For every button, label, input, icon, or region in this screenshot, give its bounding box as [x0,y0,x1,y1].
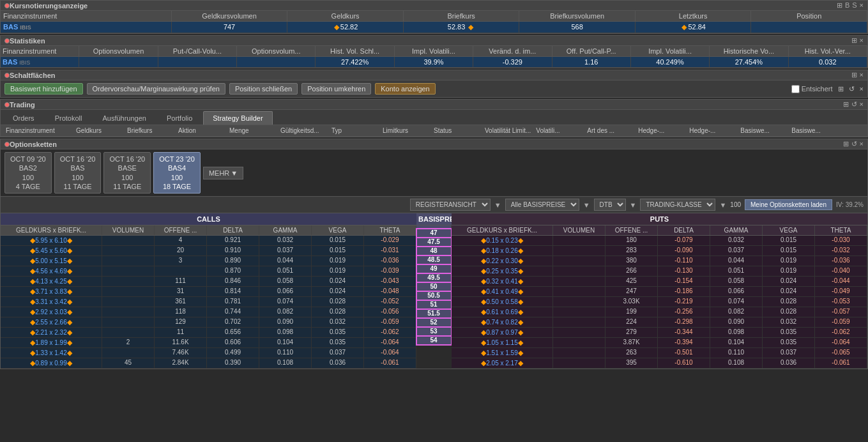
puts-row[interactable]: ◆0.41 x 0.49◆ 247 -0.186 0.066 0.024 -0.… [452,287,867,297]
calls-row[interactable]: ◆4.13 x 4.25◆ 111 0.846 0.058 0.024 -0.0… [1,277,416,287]
strike-row[interactable]: 47 [416,229,452,238]
put-price-cell: ◆1.51 x 1.59◆ [452,348,553,358]
put-open-cell: 3.03K [605,297,658,307]
ordervorschau-button[interactable]: Ordervorschau/Marginauswirkung prüfen [87,83,225,95]
strike-row[interactable]: 50.5 [416,291,452,300]
options-close-icon[interactable] [4,142,10,147]
opt-tab-2[interactable]: OCT 16 '20 BASE 100 11 TAGE [103,152,151,194]
stats-col-1: Optionsvolumen [79,46,158,56]
call-gamma-cell: 0.051 [259,266,312,276]
kurs-icon-2[interactable]: B [845,1,849,10]
stats-close-icon[interactable] [4,38,10,43]
opt-tab-1[interactable]: OCT 16 '20 BAS 100 11 TAGE [54,152,102,194]
strike-row[interactable]: 51.5 [416,309,452,318]
entsichert-label[interactable]: Entsichert [791,85,833,93]
puts-row[interactable]: ◆0.18 x 0.26◆ 283 -0.090 0.037 0.015 -0.… [452,246,867,256]
konto-anzeigen-button[interactable]: Konto anzeigen [375,83,435,95]
calls-section: CALLS GELDKURS x BRIEFK... VOLUMEN OFFEN… [1,213,416,369]
calls-row[interactable]: ◆0.89 x 0.99◆ 45 2.84K 0.390 0.108 0.036… [1,358,416,369]
calls-body: ◆5.95 x 6.10◆ 4 0.921 0.032 0.015 -0.029… [1,236,416,369]
position-umkehren-button[interactable]: Position umkehren [301,83,371,95]
strike-row[interactable]: 49 [416,264,452,273]
puts-row[interactable]: ◆0.15 x 0.23◆ 180 -0.079 0.032 0.015 -0.… [452,236,867,246]
trading-icon-3[interactable]: × [860,100,864,109]
call-price-cell: ◆3.31 x 3.42◆ [1,297,102,307]
calls-row[interactable]: ◆2.21 x 2.32◆ 11 0.656 0.098 0.035 -0.06… [1,328,416,338]
tab-protokoll[interactable]: Protokoll [45,111,92,125]
trading-icon-2[interactable]: ↺ [851,100,857,109]
puts-chain-headers: GELDKURS x BRIEFK... VOLUMEN OFFENE ... … [452,225,867,236]
options-icon-3[interactable]: × [860,140,864,148]
calls-row[interactable]: ◆5.95 x 6.10◆ 4 0.921 0.032 0.015 -0.029 [1,236,416,246]
calls-row[interactable]: ◆2.55 x 2.66◆ 129 0.702 0.090 0.032 -0.0… [1,317,416,328]
calls-row[interactable]: ◆4.56 x 4.69◆ 0.870 0.051 0.019 -0.039 [1,266,416,277]
call-theta-cell: -0.052 [364,297,416,307]
dtb-select[interactable]: DTB [594,199,626,211]
strike-row[interactable]: 53 [416,327,452,336]
stats-icon-2[interactable]: × [860,36,864,45]
strike-row[interactable]: 52 [416,318,452,327]
trading-klasse-select[interactable]: TRADING-KLASSE [640,199,715,211]
stats-v5: 39.9% [395,57,473,67]
strike-cell: 53 [416,327,452,335]
kurs-icon-1[interactable]: ⊞ [837,1,842,10]
calls-row[interactable]: ◆5.00 x 5.15◆ 3 0.890 0.044 0.019 -0.036 [1,256,416,266]
calls-row[interactable]: ◆1.33 x 1.42◆ 7.46K 0.499 0.110 0.037 -0… [1,348,416,358]
entsichert-checkbox[interactable] [791,85,800,93]
options-icon-1[interactable]: ⊞ [843,140,849,148]
strike-row[interactable]: 48.5 [416,255,452,264]
schalt-icon-2[interactable]: × [860,71,864,79]
kurs-icon-4[interactable]: × [860,1,864,10]
strike-row[interactable]: 48 [416,247,452,255]
puts-row[interactable]: ◆0.74 x 0.82◆ 224 -0.298 0.090 0.032 -0.… [452,317,867,328]
puts-row[interactable]: ◆1.05 x 1.15◆ 3.87K -0.394 0.104 0.035 -… [452,338,867,348]
puts-row[interactable]: ◆0.87 x 0.97◆ 279 -0.344 0.098 0.035 -0.… [452,328,867,338]
load-optionsketten-button[interactable]: Meine Optionsketten laden [745,199,832,210]
opt-tab-3[interactable]: OCT 23 '20 BAS4 100 18 TAGE [153,152,201,194]
tab-ausfuehrungen[interactable]: Ausführungen [93,111,156,125]
put-price-cell: ◆0.61 x 0.69◆ [452,307,553,317]
strike-row[interactable]: 47.5 [416,238,452,247]
puts-row[interactable]: ◆0.22 x 0.30◆ 380 -0.110 0.044 0.019 -0.… [452,256,867,266]
schalt-icon-a[interactable]: ⊞ [838,85,844,93]
strike-row[interactable]: 51 [416,300,452,309]
strike-row[interactable]: 50 [416,282,452,291]
alle-basispreise-select[interactable]: Alle BASISPREISE [505,199,579,211]
puts-row[interactable]: ◆0.25 x 0.35◆ 266 -0.130 0.051 0.019 -0.… [452,266,867,277]
basiswert-hinzufuegen-button[interactable]: Basiswert hinzufügen [4,83,83,95]
calls-row[interactable]: ◆3.71 x 3.83◆ 31 0.814 0.066 0.024 -0.04… [1,287,416,297]
schalt-icon-1[interactable]: ⊞ [851,71,857,79]
put-vol-cell [553,266,605,276]
schalt-close-icon[interactable] [4,73,10,78]
tab-orders[interactable]: Orders [3,111,44,125]
puts-row[interactable]: ◆0.32 x 0.41◆ 425 -0.154 0.058 0.024 -0.… [452,277,867,287]
strike-row[interactable]: 49.5 [416,273,452,282]
opt-tab-0[interactable]: OCT 09 '20 BAS2 100 4 TAGE [4,152,52,194]
options-icon-2[interactable]: ↺ [851,140,857,148]
puts-row[interactable]: ◆0.61 x 0.69◆ 199 -0.256 0.082 0.028 -0.… [452,307,867,317]
calls-row[interactable]: ◆3.31 x 3.42◆ 361 0.781 0.074 0.028 -0.0… [1,297,416,307]
calls-row[interactable]: ◆5.45 x 5.60◆ 20 0.910 0.037 0.015 -0.03… [1,246,416,256]
kurs-icon-3[interactable]: S [852,1,857,10]
tab-portfolio[interactable]: Portfolio [157,111,202,125]
trading-panel: Trading ⊞ ↺ × Orders Protokoll Ausführun… [0,99,868,137]
kurs-geldvol: 747 [172,22,288,33]
puts-row[interactable]: ◆2.05 x 2.17◆ 395 -0.610 0.108 0.036 -0.… [452,358,867,369]
calls-row[interactable]: ◆2.92 x 3.03◆ 118 0.744 0.082 0.028 -0.0… [1,307,416,317]
schalt-icon-c[interactable]: × [860,85,864,93]
position-schliessen-button[interactable]: Position schließen [229,83,298,95]
trading-close-icon[interactable] [4,102,10,107]
tab-strategy-builder[interactable]: Strategy Builder [203,111,272,125]
put-gamma-cell: 0.104 [710,338,763,347]
mehr-button[interactable]: MEHR ▼ [203,167,243,179]
schalt-icon-b[interactable]: ↺ [849,85,855,93]
stats-icon-1[interactable]: ⊞ [851,36,857,45]
trading-icon-1[interactable]: ⊞ [843,100,849,109]
puts-row[interactable]: ◆1.51 x 1.59◆ 263 -0.501 0.110 0.037 -0.… [452,348,867,358]
call-vega-cell: 0.028 [312,297,364,307]
calls-row[interactable]: ◆1.89 x 1.99◆ 2 11.6K 0.606 0.104 0.035 … [1,338,416,348]
register-view-select[interactable]: REGISTERANSICHT [410,199,491,211]
puts-row[interactable]: ◆0.50 x 0.58◆ 3.03K -0.219 0.074 0.028 -… [452,297,867,307]
kurs-close-icon[interactable] [4,3,10,8]
strike-row[interactable]: 54 [416,336,452,345]
